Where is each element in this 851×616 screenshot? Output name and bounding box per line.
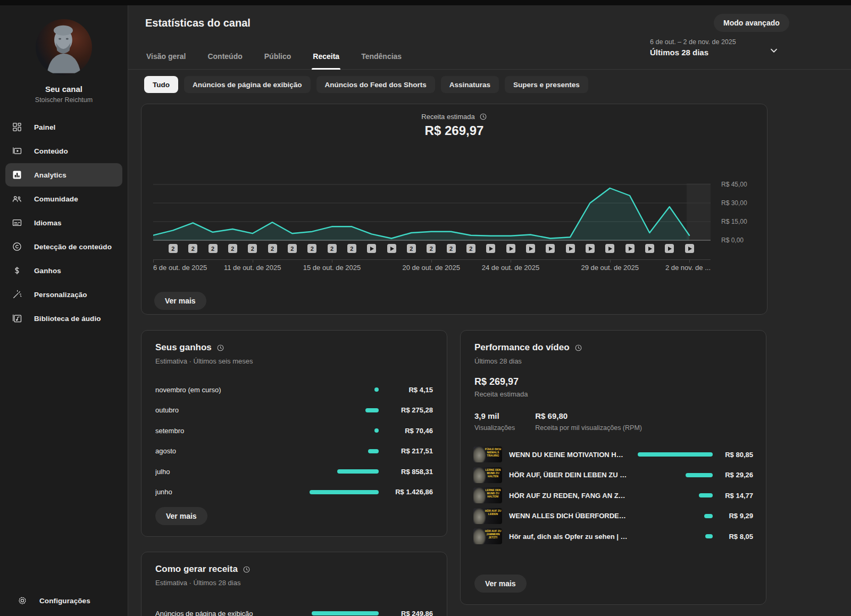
timeline-shorts-count-badge[interactable]: 2 <box>407 244 416 253</box>
sidebar-item-painel[interactable]: Painel <box>5 115 122 139</box>
sidebar-item-biblioteca-de-udio[interactable]: Biblioteca de áudio <box>5 307 122 330</box>
video-row[interactable]: LERNE DEN MUND ZU HALTEN! HÖR AUF ZU RED… <box>461 485 766 506</box>
chip-assinaturas[interactable]: Assinaturas <box>441 76 499 93</box>
revenue-line-chart[interactable] <box>153 176 711 241</box>
timeline-shorts-count-badge[interactable]: 2 <box>208 244 218 253</box>
tab-conte-do[interactable]: Conteúdo <box>206 48 243 69</box>
y-axis-label: R$ 45,00 <box>721 181 747 188</box>
advanced-mode-button[interactable]: Modo avançado <box>714 14 789 32</box>
video-row[interactable]: FÜHLE DICH NIEMALS TRAURIG WENN DU KEINE… <box>461 444 766 465</box>
timeline-shorts-count-badge[interactable]: 2 <box>248 244 257 253</box>
channel-name: Seu canal <box>0 85 128 94</box>
window-top-edge <box>0 0 851 5</box>
value-bar <box>337 469 379 474</box>
revenue-filter-chips: TudoAnúncios de página de exibiçãoAnúnci… <box>144 76 588 93</box>
sidebar-item-settings[interactable]: Configurações <box>11 589 117 612</box>
earnings-month-row: outubro R$ 275,28 <box>141 400 447 421</box>
clock-icon[interactable] <box>574 344 582 352</box>
timeline-video-badge-play-icon[interactable] <box>566 244 575 253</box>
rpm-label: Receita por mil visualizações (RPM) <box>535 424 642 432</box>
performance-see-more-button[interactable]: Ver mais <box>474 575 527 593</box>
earnings-see-more-button[interactable]: Ver mais <box>155 507 207 525</box>
timeline-shorts-count-badge[interactable]: 2 <box>169 244 178 253</box>
timeline-shorts-count-badge[interactable]: 2 <box>328 244 337 253</box>
video-thumbnail[interactable]: LERNE DEN MUND ZU HALTEN <box>473 467 502 483</box>
chart-see-more-button[interactable]: Ver mais <box>154 292 206 310</box>
sidebar-item-detec-o-de-conte-do[interactable]: Detecção de conteúdo <box>5 235 122 258</box>
value-bar <box>312 611 379 615</box>
timeline-shorts-count-badge[interactable]: 2 <box>347 244 356 253</box>
video-row[interactable]: HÖR AUF ZU JAMMERN JETZT! Hör auf, dich … <box>461 526 766 547</box>
timeline-video-badge-play-icon[interactable] <box>685 244 694 253</box>
timeline-shorts-count-badge[interactable]: 2 <box>228 244 237 253</box>
tab-tend-ncias[interactable]: Tendências <box>360 48 403 69</box>
timeline-shorts-count-badge[interactable]: 2 <box>427 244 436 253</box>
clock-icon[interactable] <box>479 113 487 121</box>
dashboard-icon <box>12 122 22 132</box>
clock-icon[interactable] <box>216 344 224 352</box>
tab-receita[interactable]: Receita <box>312 48 340 69</box>
y-axis-label: R$ 0,00 <box>721 237 744 244</box>
video-title[interactable]: HÖR AUF, ÜBER DEIN LEBEN ZU REDEN ... <box>509 471 633 479</box>
timeline-shorts-count-badge[interactable]: 2 <box>268 244 277 253</box>
clock-icon[interactable] <box>243 566 251 573</box>
timeline-shorts-count-badge[interactable]: 2 <box>307 244 316 253</box>
timeline-video-badge-play-icon[interactable] <box>367 244 376 253</box>
video-title[interactable]: HÖR AUF ZU REDEN, FANG AN ZU HAN... <box>509 492 633 500</box>
earnings-month-row: julho R$ 858,31 <box>141 461 447 482</box>
earnings-month-row: setembro R$ 70,46 <box>141 420 447 441</box>
sidebar-item-idiomas[interactable]: Idiomas <box>5 211 122 234</box>
sidebar-item-ganhos[interactable]: Ganhos <box>5 259 122 282</box>
x-axis-label: 6 de out. de 2025 <box>153 264 207 272</box>
dollar-icon <box>12 265 22 276</box>
views-stat: 3,9 mil Visualizações <box>474 411 515 432</box>
timeline-video-badge-play-icon[interactable] <box>605 244 614 253</box>
video-row[interactable]: HÖR AUF ZU LEIDEN WENN ALLES DICH ÜBERFO… <box>461 506 766 527</box>
video-row[interactable]: LERNE DEN MUND ZU HALTEN HÖR AUF, ÜBER D… <box>461 465 766 486</box>
sidebar-settings: Configurações <box>5 588 122 613</box>
timeline-video-badge-play-icon[interactable] <box>586 244 595 253</box>
channel-avatar[interactable] <box>34 17 94 78</box>
timeline-video-badge-play-icon[interactable] <box>645 244 654 253</box>
video-thumbnail[interactable]: HÖR AUF ZU LEIDEN <box>473 508 502 524</box>
timeline-shorts-count-badge[interactable]: 2 <box>447 244 456 253</box>
sidebar-item-analytics[interactable]: Analytics <box>5 163 122 187</box>
chip-an-ncios-de-p-gina-de-exibi-o[interactable]: Anúncios de página de exibição <box>184 76 311 93</box>
channel-avatar-image <box>36 19 92 75</box>
video-thumbnail[interactable]: FÜHLE DICH NIEMALS TRAURIG <box>473 446 502 462</box>
video-title[interactable]: Hör auf, dich als Opfer zu sehen | Stoiz… <box>509 533 633 541</box>
timeline-video-badge-play-icon[interactable] <box>546 244 555 253</box>
chip-an-ncios-do-feed-dos-shorts[interactable]: Anúncios do Feed dos Shorts <box>316 76 435 93</box>
video-title[interactable]: WENN ALLES DICH ÜBERFORDERT, DEN... <box>509 512 633 520</box>
earnings-card-title: Seus ganhos <box>155 342 212 353</box>
howto-card-subtitle: Estimativa · Últimos 28 dias <box>155 579 433 587</box>
tab-vis-o-geral[interactable]: Visão geral <box>145 48 187 69</box>
x-axis-label: 24 de out. de 2025 <box>482 264 539 272</box>
chip-tudo[interactable]: Tudo <box>144 76 178 93</box>
timeline-video-badge-play-icon[interactable] <box>486 244 495 253</box>
sidebar-item-conte-do[interactable]: Conteúdo <box>5 139 122 163</box>
copyright-icon <box>12 241 22 252</box>
video-title[interactable]: WENN DU KEINE MOTIVATION HAST, D... <box>509 451 633 459</box>
performance-card-subtitle: Últimos 28 dias <box>474 357 752 365</box>
page-title: Estatísticas do canal <box>145 17 251 29</box>
revenue-source-row: Anúncios de página de exibição R$ 249,86 <box>141 603 447 616</box>
timeline-video-badge-play-icon[interactable] <box>387 244 396 253</box>
timeline-video-badge-play-icon[interactable] <box>625 244 635 253</box>
timeline-shorts-count-badge[interactable]: 2 <box>466 244 475 253</box>
timeline-video-badge-play-icon[interactable] <box>506 244 515 253</box>
timeline-shorts-count-badge[interactable]: 2 <box>188 244 197 253</box>
timeline-shorts-count-badge[interactable]: 2 <box>288 244 297 253</box>
timeline-video-badge-play-icon[interactable] <box>665 244 674 253</box>
tab-p-blico[interactable]: Público <box>263 48 293 69</box>
video-thumbnail[interactable]: HÖR AUF ZU JAMMERN JETZT! <box>473 528 502 544</box>
chart-metric-value: R$ 269,97 <box>141 123 767 138</box>
value-bar <box>365 408 379 412</box>
x-axis-label: 11 de out. de 2025 <box>224 264 281 272</box>
sidebar-item-comunidade[interactable]: Comunidade <box>5 187 122 210</box>
sidebar-item-personaliza-o[interactable]: Personalização <box>5 283 122 306</box>
timeline-video-badge-play-icon[interactable] <box>526 244 535 253</box>
earnings-month-row: junho R$ 1.426,86 <box>141 482 447 503</box>
video-thumbnail[interactable]: LERNE DEN MUND ZU HALTEN! <box>473 487 502 503</box>
chip-supers-e-presentes[interactable]: Supers e presentes <box>505 76 588 93</box>
